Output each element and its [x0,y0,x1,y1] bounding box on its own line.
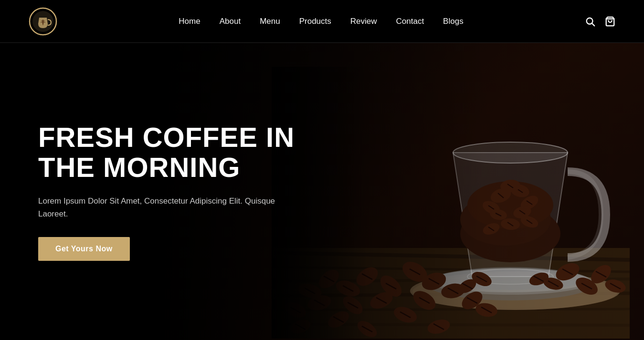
cta-button[interactable]: Get Yours Now [38,237,130,261]
hero-section: FRESH COFFEE IN THE MORNING Lorem Ipsum … [0,43,644,340]
nav-menu[interactable]: Menu [260,17,280,26]
search-button[interactable] [585,16,595,27]
hero-content: FRESH COFFEE IN THE MORNING Lorem Ipsum … [38,122,306,261]
logo-icon [29,7,57,36]
logo-area [29,7,57,36]
cart-button[interactable] [605,16,615,27]
main-nav: Home About Menu Products Review Contact … [179,17,463,26]
hero-description: Lorem Ipsum Dolor Sit Amet, Consectetur … [38,195,306,220]
header-actions [585,16,615,27]
nav-contact[interactable]: Contact [396,17,424,26]
hero-title-line2: THE MORNING [38,152,240,183]
search-icon [585,16,595,27]
cart-icon [605,16,615,27]
nav-products[interactable]: Products [299,17,331,26]
hero-title-line1: FRESH COFFEE IN [38,122,295,153]
hero-title: FRESH COFFEE IN THE MORNING [38,122,306,183]
nav-home[interactable]: Home [179,17,200,26]
nav-about[interactable]: About [220,17,241,26]
nav-blogs[interactable]: Blogs [443,17,464,26]
nav-review[interactable]: Review [350,17,377,26]
svg-line-3 [592,23,594,26]
header: Home About Menu Products Review Contact … [0,0,644,43]
